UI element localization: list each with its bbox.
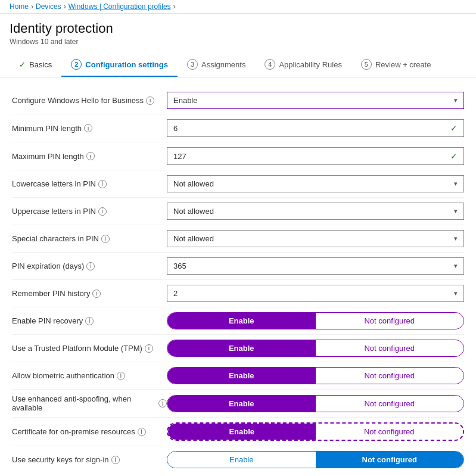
field-lowercase: Lowercase letters in PIN i Not allowed ▾ (12, 170, 464, 198)
toggle-security-keys[interactable]: Enable Not configured (167, 451, 464, 468)
tab-assignments[interactable]: 3 Assignments (178, 53, 255, 77)
chevron-lowercase: ▾ (454, 180, 458, 188)
info-icon-pin-expiration[interactable]: i (86, 262, 95, 270)
toggle-biometric[interactable]: Enable Not configured (167, 367, 464, 384)
chevron-special: ▾ (454, 235, 458, 242)
info-icon-special[interactable]: i (101, 235, 110, 243)
toggle-notconfig-biometric[interactable]: Not configured (316, 368, 464, 384)
toggle-enable-anti-spoof[interactable]: Enable (167, 396, 316, 412)
control-uppercase: Not allowed ▾ (167, 203, 464, 220)
info-icon-min-pin[interactable]: i (84, 124, 92, 132)
page-subtitle: Windows 10 and later (10, 38, 466, 46)
toggle-tpm[interactable]: Enable Not configured (167, 340, 464, 357)
breadcrumb-devices[interactable]: Devices (36, 2, 61, 11)
tab-review[interactable]: 5 Review + create (351, 53, 441, 77)
toggle-enable-certificate[interactable]: Enable (168, 424, 316, 440)
info-icon-security-keys[interactable]: i (111, 456, 120, 464)
info-icon-anti-spoof[interactable]: i (158, 399, 167, 407)
breadcrumb: Home › Devices › Windows | Configuration… (10, 2, 466, 11)
label-special: Special characters in PIN i (12, 234, 167, 243)
select-pin-expiration[interactable]: 365 ▾ (167, 257, 464, 275)
top-bar: Home › Devices › Windows | Configuration… (0, 0, 476, 14)
check-max-pin: ✓ (450, 151, 458, 161)
tab-applicability-label: Applicability Rules (279, 60, 342, 69)
select-configure-hello[interactable]: Enable ▾ (167, 92, 464, 109)
toggle-notconfig-security-keys[interactable]: Not configured (316, 452, 464, 468)
tab-applicability-number: 4 (265, 59, 275, 70)
tab-basics[interactable]: ✓ Basics (10, 54, 61, 76)
chevron-pin-expiration: ▾ (454, 262, 458, 270)
label-pin-recovery: Enable PIN recovery i (12, 316, 167, 325)
label-certificate: Certificate for on-premise resources i (12, 427, 167, 436)
field-min-pin: Minimum PIN length i 6 ✓ (12, 114, 464, 142)
tab-config-label: Configuration settings (85, 60, 168, 69)
toggle-enable-security-keys[interactable]: Enable (167, 452, 316, 468)
control-biometric: Enable Not configured (167, 367, 464, 384)
toggle-notconfig-pin-recovery[interactable]: Not configured (316, 313, 464, 329)
label-tpm: Use a Trusted Platform Module (TPM) i (12, 344, 167, 353)
toggle-enable-pin-recovery[interactable]: Enable (167, 313, 316, 329)
tab-configuration[interactable]: 2 Configuration settings (61, 53, 178, 77)
info-icon-biometric[interactable]: i (117, 372, 125, 380)
control-pin-expiration: 365 ▾ (167, 257, 464, 275)
toggle-pin-recovery[interactable]: Enable Not configured (167, 312, 464, 329)
control-pin-recovery: Enable Not configured (167, 312, 464, 329)
field-max-pin: Maximum PIN length i 127 ✓ (12, 142, 464, 170)
toggle-notconfig-anti-spoof[interactable]: Not configured (316, 396, 464, 412)
field-biometric: Allow biometric authentication i Enable … (12, 362, 464, 390)
label-biometric: Allow biometric authentication i (12, 371, 167, 380)
toggle-certificate[interactable]: Enable Not configured (167, 422, 464, 441)
info-icon-configure-hello[interactable]: i (146, 97, 154, 105)
info-icon-pin-history[interactable]: i (92, 290, 101, 298)
control-configure-hello: Enable ▾ (167, 92, 464, 109)
tab-assign-label: Assignments (201, 60, 245, 69)
field-pin-expiration: PIN expiration (days) i 365 ▾ (12, 253, 464, 280)
control-tpm: Enable Not configured (167, 340, 464, 357)
info-icon-lowercase[interactable]: i (98, 180, 107, 188)
chevron-configure-hello: ▾ (454, 97, 458, 104)
info-icon-tpm[interactable]: i (145, 344, 153, 353)
toggle-enable-tpm[interactable]: Enable (167, 340, 316, 356)
info-icon-max-pin[interactable]: i (86, 152, 95, 160)
field-certificate: Certificate for on-premise resources i E… (12, 418, 464, 446)
control-pin-history: 2 ▾ (167, 285, 464, 302)
input-min-pin[interactable]: 6 ✓ (167, 119, 464, 137)
page-title: Identity protection (10, 21, 466, 36)
control-lowercase: Not allowed ▾ (167, 175, 464, 192)
control-min-pin: 6 ✓ (167, 119, 464, 137)
toggle-notconfig-certificate[interactable]: Not configured (316, 424, 463, 440)
breadcrumb-sep-3: › (173, 2, 176, 11)
label-max-pin: Maximum PIN length i (12, 152, 167, 161)
label-min-pin: Minimum PIN length i (12, 124, 167, 133)
select-special[interactable]: Not allowed ▾ (167, 230, 464, 247)
breadcrumb-sep-1: › (31, 2, 33, 11)
toggle-enable-biometric[interactable]: Enable (167, 368, 316, 384)
info-icon-pin-recovery[interactable]: i (85, 317, 94, 325)
info-icon-uppercase[interactable]: i (98, 207, 107, 216)
select-uppercase[interactable]: Not allowed ▾ (167, 203, 464, 220)
input-max-pin[interactable]: 127 ✓ (167, 147, 464, 165)
toggle-notconfig-tpm[interactable]: Not configured (316, 340, 464, 356)
field-tpm: Use a Trusted Platform Module (TPM) i En… (12, 335, 464, 362)
label-configure-hello: Configure Windows Hello for Business i (12, 96, 167, 105)
label-pin-history: Remember PIN history i (12, 289, 167, 298)
label-security-keys: Use security keys for sign-in i (12, 455, 167, 464)
tab-review-label: Review + create (375, 60, 431, 69)
select-lowercase[interactable]: Not allowed ▾ (167, 175, 464, 192)
label-lowercase: Lowercase letters in PIN i (12, 179, 167, 188)
info-icon-certificate[interactable]: i (138, 428, 146, 436)
toggle-anti-spoof[interactable]: Enable Not configured (167, 395, 464, 412)
breadcrumb-config-profiles[interactable]: Windows | Configuration profiles (69, 2, 171, 11)
label-pin-expiration: PIN expiration (days) i (12, 262, 167, 270)
label-uppercase: Uppercase letters in PIN i (12, 207, 167, 216)
check-min-pin: ✓ (450, 123, 458, 133)
tab-applicability[interactable]: 4 Applicability Rules (255, 53, 351, 77)
page-header: Identity protection Windows 10 and later (0, 14, 476, 48)
field-pin-history: Remember PIN history i 2 ▾ (12, 280, 464, 307)
select-pin-history[interactable]: 2 ▾ (167, 285, 464, 302)
chevron-pin-history: ▾ (454, 290, 458, 297)
field-security-keys: Use security keys for sign-in i Enable N… (12, 446, 464, 473)
field-configure-hello: Configure Windows Hello for Business i E… (12, 87, 464, 114)
control-certificate: Enable Not configured (167, 422, 464, 441)
breadcrumb-home[interactable]: Home (10, 2, 29, 11)
